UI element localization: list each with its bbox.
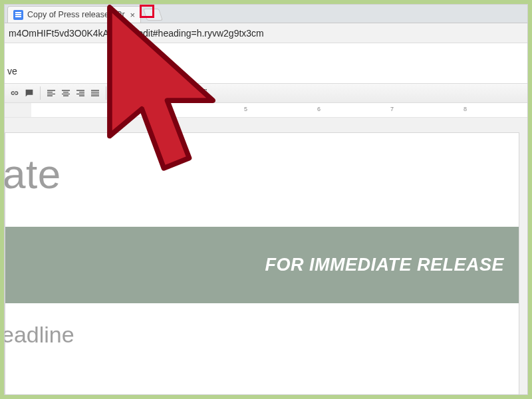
tab-title: Copy of Press release - Pr bbox=[27, 10, 125, 19]
annotation-highlight-box bbox=[140, 5, 154, 18]
clear-formatting-icon: Tx bbox=[201, 87, 209, 100]
align-justify-icon bbox=[90, 88, 100, 98]
align-left-button[interactable] bbox=[44, 86, 59, 100]
docs-favicon-icon bbox=[13, 10, 23, 20]
insert-comment-button[interactable] bbox=[22, 86, 37, 100]
toolbar-separator bbox=[40, 86, 41, 100]
text-fragment-ve: ve bbox=[7, 66, 17, 76]
line-spacing-icon bbox=[112, 88, 122, 98]
decrease-indent-button[interactable] bbox=[161, 86, 176, 100]
browser-tabstrip: Copy of Press release - Pr × bbox=[5, 5, 527, 23]
align-right-icon bbox=[75, 88, 86, 98]
ruler-number: 6 bbox=[317, 106, 321, 112]
headline-fragment[interactable]: eadline bbox=[5, 322, 519, 348]
document-title-fragment[interactable]: ate bbox=[5, 150, 519, 198]
address-bar: m4OmHIFt5vd3O0K4kAd TfL0/edit#heading=h.… bbox=[5, 23, 527, 43]
document-page[interactable]: ate FOR IMMEDIATE RELEASE eadline bbox=[5, 132, 519, 394]
ruler-number: 7 bbox=[390, 106, 394, 112]
list-numbered-icon bbox=[134, 88, 144, 98]
align-center-icon bbox=[61, 88, 71, 98]
svg-point-2 bbox=[150, 95, 151, 96]
indent-increase-icon bbox=[178, 88, 188, 98]
increase-indent-button[interactable] bbox=[176, 86, 190, 100]
toolbar-separator bbox=[128, 86, 128, 100]
bulleted-list-button[interactable] bbox=[146, 86, 161, 100]
numbered-list-button[interactable] bbox=[132, 86, 146, 100]
svg-point-0 bbox=[150, 90, 151, 91]
toolbar-separator bbox=[106, 86, 106, 100]
release-banner[interactable]: FOR IMMEDIATE RELEASE bbox=[5, 227, 519, 303]
link-icon bbox=[9, 88, 20, 98]
svg-point-1 bbox=[150, 92, 151, 94]
ruler-number: 8 bbox=[464, 106, 467, 112]
clear-formatting-button[interactable]: Tx bbox=[198, 86, 212, 100]
docs-header-area: ve bbox=[5, 43, 527, 83]
tab-close-button[interactable]: × bbox=[129, 10, 137, 20]
toolbar-separator bbox=[194, 86, 194, 100]
browser-tab[interactable]: Copy of Press release - Pr × bbox=[7, 6, 141, 23]
ruler-number: 5 bbox=[244, 106, 247, 112]
list-bulleted-icon bbox=[148, 88, 159, 98]
window-frame: Copy of Press release - Pr × m4OmHIFt5vd… bbox=[4, 4, 528, 395]
comment-icon bbox=[24, 88, 35, 98]
indent-decrease-icon bbox=[163, 88, 174, 98]
document-canvas[interactable]: ate FOR IMMEDIATE RELEASE eadline bbox=[5, 118, 527, 394]
horizontal-ruler[interactable]: 5 6 7 8 bbox=[5, 103, 527, 118]
ruler-left-margin bbox=[5, 103, 31, 117]
url-text[interactable]: m4OmHIFt5vd3O0K4kAd TfL0/edit#heading=h.… bbox=[9, 28, 264, 39]
insert-link-button[interactable] bbox=[7, 86, 22, 100]
docs-toolbar: Tx bbox=[5, 83, 527, 103]
line-spacing-button[interactable] bbox=[110, 86, 124, 100]
align-center-button[interactable] bbox=[59, 86, 73, 100]
align-right-button[interactable] bbox=[73, 86, 88, 100]
align-justify-button[interactable] bbox=[88, 86, 102, 100]
align-left-icon bbox=[46, 88, 57, 98]
